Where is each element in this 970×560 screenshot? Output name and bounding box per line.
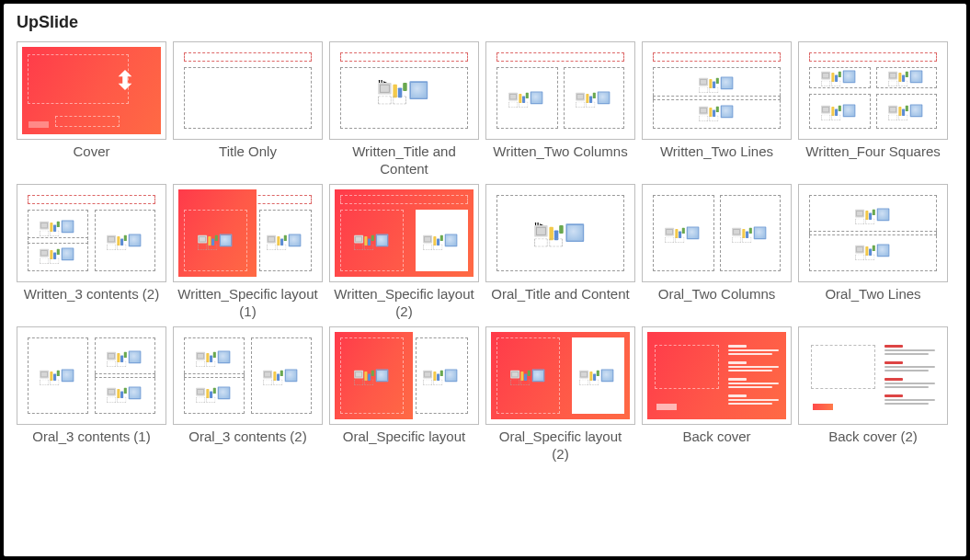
layout-thumbnail bbox=[173, 184, 323, 282]
layout-label: Written_Specific layout (2) bbox=[329, 282, 479, 323]
layout-option-oral-3-contents-2[interactable]: Oral_3 contents (2) bbox=[173, 323, 323, 465]
layout-thumbnail bbox=[17, 41, 166, 140]
layout-option-oral-specific-2[interactable]: Oral_Specific layout (2) bbox=[485, 323, 635, 465]
layout-thumbnail bbox=[642, 326, 792, 425]
layout-thumbnail bbox=[17, 184, 166, 282]
layout-label: Written_3 contents (2) bbox=[20, 282, 163, 323]
layout-label: Oral_Two Columns bbox=[655, 282, 780, 323]
layout-thumbnail bbox=[798, 184, 948, 282]
layout-label: Written_Two Columns bbox=[489, 140, 631, 180]
layout-option-written-specific-2[interactable]: Written_Specific layout (2) bbox=[329, 180, 479, 323]
layout-label: Written_Specific layout (1) bbox=[173, 282, 323, 323]
layout-option-written-two-columns[interactable]: Written_Two Columns bbox=[485, 38, 635, 180]
layout-thumbnail bbox=[798, 41, 948, 140]
layout-option-written-3-contents-2[interactable]: Written_3 contents (2) bbox=[17, 180, 166, 323]
layout-option-written-title-content[interactable]: "> Written_Title and Content bbox=[329, 38, 479, 180]
layout-option-title-only[interactable]: Title Only bbox=[173, 38, 323, 180]
layout-option-written-four-squares[interactable]: Written_Four Squares bbox=[798, 38, 948, 180]
layout-label: Oral_3 contents (2) bbox=[185, 425, 310, 465]
layout-grid: Cover Title Only "> Written_Title and Co… bbox=[17, 38, 953, 465]
layout-label: Back cover bbox=[679, 425, 754, 465]
layout-option-back-cover[interactable]: Back cover bbox=[642, 323, 792, 465]
layout-option-oral-3-contents-1[interactable]: Oral_3 contents (1) bbox=[17, 323, 166, 465]
layout-label: Oral_Two Lines bbox=[821, 282, 924, 323]
layout-option-oral-two-columns[interactable]: Oral_Two Columns bbox=[642, 180, 792, 323]
layout-thumbnail bbox=[642, 184, 792, 282]
layout-label: Back cover (2) bbox=[825, 425, 921, 465]
layout-label: Cover bbox=[69, 140, 113, 180]
layout-thumbnail bbox=[17, 326, 166, 425]
layout-thumbnail: "> bbox=[485, 184, 635, 282]
layout-option-back-cover-2[interactable]: Back cover (2) bbox=[798, 323, 948, 465]
layout-option-written-two-lines[interactable]: Written_Two Lines bbox=[642, 38, 792, 180]
layout-thumbnail bbox=[173, 326, 323, 425]
layout-label: Written_Two Lines bbox=[656, 140, 777, 180]
layout-thumbnail bbox=[798, 326, 948, 425]
layout-thumbnail bbox=[173, 41, 323, 140]
layout-gallery-panel: UpSlide Cover Title Only "> Writ bbox=[2, 2, 968, 558]
layout-option-oral-two-lines[interactable]: Oral_Two Lines bbox=[798, 180, 948, 323]
layout-thumbnail bbox=[642, 41, 792, 140]
layout-thumbnail: "> bbox=[329, 41, 479, 140]
layout-label: Written_Four Squares bbox=[802, 140, 943, 180]
layout-label: Title Only bbox=[215, 140, 280, 180]
layout-label: Oral_3 contents (1) bbox=[29, 425, 154, 465]
layout-option-written-specific-1[interactable]: Written_Specific layout (1) bbox=[173, 180, 323, 323]
layout-label: Oral_Title and Content bbox=[487, 282, 633, 323]
layout-option-cover[interactable]: Cover bbox=[17, 38, 166, 180]
layout-thumbnail bbox=[329, 326, 479, 425]
layout-thumbnail bbox=[485, 326, 635, 425]
layout-label: Oral_Specific layout bbox=[339, 425, 469, 465]
layout-option-oral-title-content[interactable]: "> Oral_Title and Content bbox=[485, 180, 635, 323]
layout-option-oral-specific[interactable]: Oral_Specific layout bbox=[329, 323, 479, 465]
section-title: UpSlide bbox=[17, 9, 953, 38]
layout-thumbnail bbox=[329, 184, 479, 282]
layout-thumbnail bbox=[485, 41, 635, 140]
layout-label: Written_Title and Content bbox=[329, 140, 479, 180]
layout-label: Oral_Specific layout (2) bbox=[485, 425, 635, 465]
upslide-logo-icon bbox=[115, 67, 135, 93]
